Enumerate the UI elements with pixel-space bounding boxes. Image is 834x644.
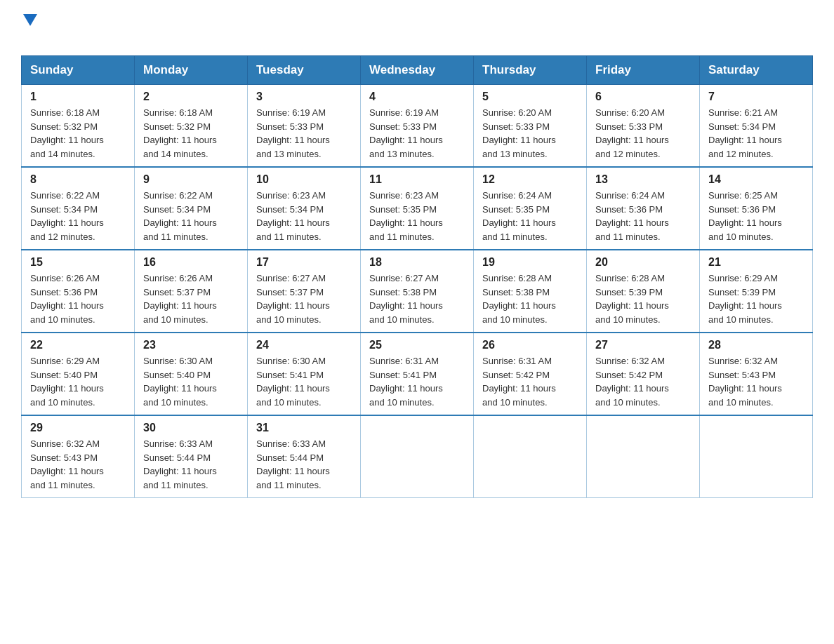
day-number: 17 xyxy=(256,256,352,269)
calendar-week-row: 22 Sunrise: 6:29 AM Sunset: 5:40 PM Dayl… xyxy=(22,333,813,415)
calendar-day-cell: 26 Sunrise: 6:31 AM Sunset: 5:42 PM Dayl… xyxy=(474,333,587,415)
day-info: Sunrise: 6:32 AM Sunset: 5:43 PM Dayligh… xyxy=(30,437,126,492)
calendar-day-cell: 30 Sunrise: 6:33 AM Sunset: 5:44 PM Dayl… xyxy=(135,415,248,498)
day-of-week-header: Saturday xyxy=(700,56,813,85)
day-number: 8 xyxy=(30,173,126,186)
calendar-day-cell: 1 Sunrise: 6:18 AM Sunset: 5:32 PM Dayli… xyxy=(22,85,135,168)
day-number: 16 xyxy=(143,256,239,269)
calendar-day-cell: 8 Sunrise: 6:22 AM Sunset: 5:34 PM Dayli… xyxy=(22,167,135,250)
day-number: 21 xyxy=(708,256,804,269)
day-info: Sunrise: 6:26 AM Sunset: 5:37 PM Dayligh… xyxy=(143,271,239,326)
calendar-day-cell: 2 Sunrise: 6:18 AM Sunset: 5:32 PM Dayli… xyxy=(135,85,248,168)
day-number: 22 xyxy=(30,339,126,351)
calendar-day-cell: 5 Sunrise: 6:20 AM Sunset: 5:33 PM Dayli… xyxy=(474,85,587,168)
day-number: 10 xyxy=(256,173,352,186)
day-info: Sunrise: 6:33 AM Sunset: 5:44 PM Dayligh… xyxy=(143,437,239,492)
calendar-day-cell: 22 Sunrise: 6:29 AM Sunset: 5:40 PM Dayl… xyxy=(22,333,135,415)
calendar-day-cell xyxy=(587,415,700,498)
day-of-week-header: Thursday xyxy=(474,56,587,85)
day-info: Sunrise: 6:20 AM Sunset: 5:33 PM Dayligh… xyxy=(482,106,578,161)
day-info: Sunrise: 6:22 AM Sunset: 5:34 PM Dayligh… xyxy=(30,189,126,243)
day-of-week-header: Sunday xyxy=(22,56,135,85)
calendar-header: SundayMondayTuesdayWednesdayThursdayFrid… xyxy=(22,56,813,85)
calendar-week-row: 1 Sunrise: 6:18 AM Sunset: 5:32 PM Dayli… xyxy=(22,85,813,168)
calendar-day-cell: 13 Sunrise: 6:24 AM Sunset: 5:36 PM Dayl… xyxy=(587,167,700,250)
calendar-day-cell: 10 Sunrise: 6:23 AM Sunset: 5:34 PM Dayl… xyxy=(248,167,361,250)
day-number: 19 xyxy=(482,256,578,269)
day-number: 28 xyxy=(708,339,804,351)
day-number: 15 xyxy=(30,256,126,269)
calendar-body: 1 Sunrise: 6:18 AM Sunset: 5:32 PM Dayli… xyxy=(22,85,813,498)
day-number: 20 xyxy=(595,256,691,269)
day-info: Sunrise: 6:28 AM Sunset: 5:39 PM Dayligh… xyxy=(595,271,691,326)
day-info: Sunrise: 6:32 AM Sunset: 5:42 PM Dayligh… xyxy=(595,354,691,409)
calendar-day-cell: 25 Sunrise: 6:31 AM Sunset: 5:41 PM Dayl… xyxy=(361,333,474,415)
calendar-day-cell: 11 Sunrise: 6:23 AM Sunset: 5:35 PM Dayl… xyxy=(361,167,474,250)
day-info: Sunrise: 6:33 AM Sunset: 5:44 PM Dayligh… xyxy=(256,437,352,492)
day-info: Sunrise: 6:19 AM Sunset: 5:33 PM Dayligh… xyxy=(369,106,465,161)
calendar-day-cell: 27 Sunrise: 6:32 AM Sunset: 5:42 PM Dayl… xyxy=(587,333,700,415)
calendar-day-cell: 24 Sunrise: 6:30 AM Sunset: 5:41 PM Dayl… xyxy=(248,333,361,415)
calendar-day-cell: 3 Sunrise: 6:19 AM Sunset: 5:33 PM Dayli… xyxy=(248,85,361,168)
day-info: Sunrise: 6:31 AM Sunset: 5:42 PM Dayligh… xyxy=(482,354,578,409)
calendar-day-cell: 31 Sunrise: 6:33 AM Sunset: 5:44 PM Dayl… xyxy=(248,415,361,498)
day-number: 24 xyxy=(256,339,352,351)
calendar-day-cell: 16 Sunrise: 6:26 AM Sunset: 5:37 PM Dayl… xyxy=(135,250,248,333)
day-number: 27 xyxy=(595,339,691,351)
days-of-week-row: SundayMondayTuesdayWednesdayThursdayFrid… xyxy=(22,56,813,85)
calendar-day-cell: 12 Sunrise: 6:24 AM Sunset: 5:35 PM Dayl… xyxy=(474,167,587,250)
calendar-day-cell: 23 Sunrise: 6:30 AM Sunset: 5:40 PM Dayl… xyxy=(135,333,248,415)
calendar-day-cell: 14 Sunrise: 6:25 AM Sunset: 5:36 PM Dayl… xyxy=(700,167,813,250)
day-info: Sunrise: 6:24 AM Sunset: 5:36 PM Dayligh… xyxy=(595,189,691,243)
day-number: 13 xyxy=(595,173,691,186)
day-info: Sunrise: 6:22 AM Sunset: 5:34 PM Dayligh… xyxy=(143,189,239,243)
day-number: 14 xyxy=(708,173,804,186)
calendar-day-cell xyxy=(474,415,587,498)
day-number: 26 xyxy=(482,339,578,351)
calendar-day-cell: 6 Sunrise: 6:20 AM Sunset: 5:33 PM Dayli… xyxy=(587,85,700,168)
calendar-day-cell xyxy=(361,415,474,498)
calendar-day-cell: 28 Sunrise: 6:32 AM Sunset: 5:43 PM Dayl… xyxy=(700,333,813,415)
day-info: Sunrise: 6:26 AM Sunset: 5:36 PM Dayligh… xyxy=(30,271,126,326)
day-number: 12 xyxy=(482,173,578,186)
day-number: 30 xyxy=(143,422,239,434)
day-number: 31 xyxy=(256,422,352,434)
day-number: 1 xyxy=(30,90,126,103)
day-info: Sunrise: 6:23 AM Sunset: 5:35 PM Dayligh… xyxy=(369,189,465,243)
day-info: Sunrise: 6:19 AM Sunset: 5:33 PM Dayligh… xyxy=(256,106,352,161)
day-info: Sunrise: 6:18 AM Sunset: 5:32 PM Dayligh… xyxy=(143,106,239,161)
day-number: 23 xyxy=(143,339,239,351)
calendar-day-cell: 20 Sunrise: 6:28 AM Sunset: 5:39 PM Dayl… xyxy=(587,250,700,333)
calendar-day-cell: 4 Sunrise: 6:19 AM Sunset: 5:33 PM Dayli… xyxy=(361,85,474,168)
day-number: 7 xyxy=(708,90,804,103)
day-number: 5 xyxy=(482,90,578,103)
day-number: 3 xyxy=(256,90,352,103)
day-of-week-header: Wednesday xyxy=(361,56,474,85)
day-number: 25 xyxy=(369,339,465,351)
day-info: Sunrise: 6:25 AM Sunset: 5:36 PM Dayligh… xyxy=(708,189,804,243)
logo xyxy=(21,14,39,48)
day-of-week-header: Tuesday xyxy=(248,56,361,85)
day-info: Sunrise: 6:20 AM Sunset: 5:33 PM Dayligh… xyxy=(595,106,691,161)
calendar-table: SundayMondayTuesdayWednesdayThursdayFrid… xyxy=(21,55,813,498)
day-info: Sunrise: 6:31 AM Sunset: 5:41 PM Dayligh… xyxy=(369,354,465,409)
calendar-day-cell: 15 Sunrise: 6:26 AM Sunset: 5:36 PM Dayl… xyxy=(22,250,135,333)
calendar-day-cell: 9 Sunrise: 6:22 AM Sunset: 5:34 PM Dayli… xyxy=(135,167,248,250)
calendar-day-cell xyxy=(700,415,813,498)
day-info: Sunrise: 6:29 AM Sunset: 5:39 PM Dayligh… xyxy=(708,271,804,326)
calendar-day-cell: 18 Sunrise: 6:27 AM Sunset: 5:38 PM Dayl… xyxy=(361,250,474,333)
day-number: 18 xyxy=(369,256,465,269)
calendar-day-cell: 7 Sunrise: 6:21 AM Sunset: 5:34 PM Dayli… xyxy=(700,85,813,168)
page-header xyxy=(21,14,813,48)
day-number: 11 xyxy=(369,173,465,186)
calendar-week-row: 15 Sunrise: 6:26 AM Sunset: 5:36 PM Dayl… xyxy=(22,250,813,333)
day-info: Sunrise: 6:30 AM Sunset: 5:40 PM Dayligh… xyxy=(143,354,239,409)
day-number: 2 xyxy=(143,90,239,103)
day-number: 9 xyxy=(143,173,239,186)
day-info: Sunrise: 6:29 AM Sunset: 5:40 PM Dayligh… xyxy=(30,354,126,409)
day-info: Sunrise: 6:21 AM Sunset: 5:34 PM Dayligh… xyxy=(708,106,804,161)
calendar-week-row: 29 Sunrise: 6:32 AM Sunset: 5:43 PM Dayl… xyxy=(22,415,813,498)
day-info: Sunrise: 6:30 AM Sunset: 5:41 PM Dayligh… xyxy=(256,354,352,409)
day-info: Sunrise: 6:27 AM Sunset: 5:37 PM Dayligh… xyxy=(256,271,352,326)
calendar-week-row: 8 Sunrise: 6:22 AM Sunset: 5:34 PM Dayli… xyxy=(22,167,813,250)
